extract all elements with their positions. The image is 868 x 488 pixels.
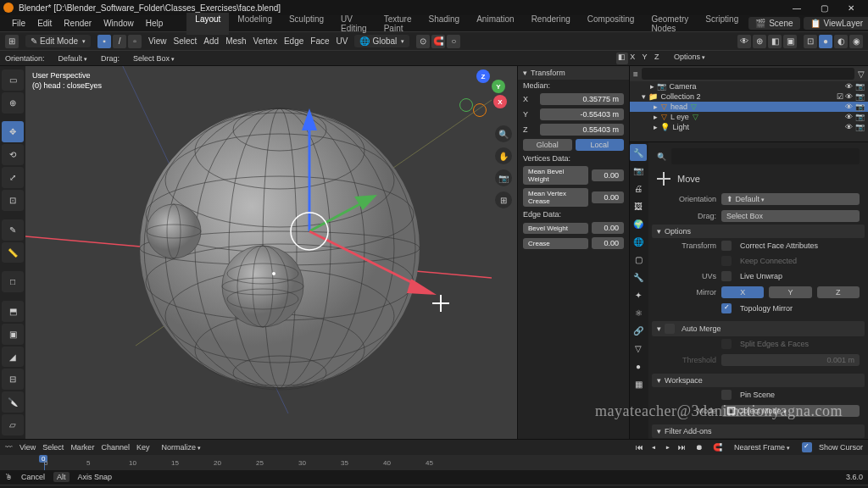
mean-crease-value[interactable]: 0.00 xyxy=(592,191,624,203)
bevel-weight-label[interactable]: Bevel Weight xyxy=(523,223,588,234)
mean-crease-label[interactable]: Mean Vertex Crease xyxy=(523,188,588,207)
tab-layout[interactable]: Layout xyxy=(186,13,229,35)
menu-help[interactable]: Help xyxy=(141,17,169,30)
close-button[interactable]: ✕ xyxy=(837,3,865,13)
play-controls[interactable]: ⏮ ◀ ▶ ⏭ ⏺ xyxy=(636,443,706,452)
menu-edge[interactable]: Edge xyxy=(284,36,303,46)
tab-scripting[interactable]: Scripting xyxy=(697,13,747,35)
local-button[interactable]: Local xyxy=(576,139,625,151)
global-button[interactable]: Global xyxy=(523,139,572,151)
shading-solid-icon[interactable]: ● xyxy=(819,35,832,48)
transform-header[interactable]: ▾ Transform xyxy=(518,66,629,80)
tool-bevel[interactable]: ◢ xyxy=(2,347,24,368)
perspective-toggle-icon[interactable]: ⊞ xyxy=(495,191,512,208)
ptab-tool-icon[interactable]: 🔧 xyxy=(630,144,647,161)
normalize-dropdown[interactable]: Normalize xyxy=(156,442,206,452)
menu-vertex[interactable]: Vertex xyxy=(253,36,277,46)
tab-sculpting[interactable]: Sculpting xyxy=(281,13,332,35)
zoom-icon[interactable]: 🔍 xyxy=(495,125,512,142)
snap-icon[interactable]: 🧲 xyxy=(431,35,445,48)
menu-window[interactable]: Window xyxy=(98,17,139,30)
tool-rotate[interactable]: ⟲ xyxy=(2,144,24,165)
vertex-select-icon[interactable]: ▪ xyxy=(97,35,111,48)
pin-scene-checkbox[interactable] xyxy=(721,390,732,400)
mirror-y-button[interactable]: Y xyxy=(769,286,811,298)
scene-selector[interactable]: 🎬 Scene xyxy=(748,17,799,30)
z-input[interactable]: 0.55403 m xyxy=(540,124,624,136)
tab-modeling[interactable]: Modeling xyxy=(229,13,281,35)
automerge-checkbox[interactable] xyxy=(665,324,675,334)
ptab-world-icon[interactable]: 🌐 xyxy=(630,233,647,250)
tool-inset[interactable]: ▣ xyxy=(2,324,24,345)
mean-bevel-value[interactable]: 0.00 xyxy=(592,169,624,181)
editor-type-icon[interactable]: ⊞ xyxy=(5,35,19,48)
ptab-viewlayer-icon[interactable]: 🖼 xyxy=(630,197,647,214)
correct-face-checkbox[interactable] xyxy=(721,241,732,251)
snap-dropdown[interactable]: Nearest Frame xyxy=(729,442,795,452)
outliner-filter-icon[interactable]: ▽ xyxy=(858,69,865,79)
mode-dropdown[interactable]: ✎ Edit Mode xyxy=(25,35,91,47)
tool-select[interactable]: ▭ xyxy=(2,69,24,91)
axis-z-icon[interactable]: Z xyxy=(476,69,490,83)
edge-select-icon[interactable]: / xyxy=(113,35,126,48)
addon-row[interactable]: Import-Export: BioVision Motion Capture … xyxy=(652,438,865,439)
shading-material-icon[interactable]: ◐ xyxy=(834,35,848,48)
outliner-head[interactable]: ▸ ▽ head ▽👁 📷 xyxy=(630,102,868,112)
props-search[interactable] xyxy=(671,148,860,164)
tool-polybuild[interactable]: ▱ xyxy=(2,414,24,435)
options-section-header[interactable]: ▾ Options xyxy=(652,225,865,238)
ptab-particles-icon[interactable]: ✦ xyxy=(630,286,647,303)
ptab-object-icon[interactable]: ▢ xyxy=(630,251,647,268)
timeline-menu-channel[interactable]: Channel xyxy=(101,443,130,452)
ptab-output-icon[interactable]: 🖨 xyxy=(630,180,647,197)
ptab-render-icon[interactable]: 📷 xyxy=(630,162,647,179)
props-search-icon[interactable]: 🔍 xyxy=(657,152,666,161)
menu-mesh[interactable]: Mesh xyxy=(225,36,246,46)
axis-y-icon[interactable]: Y xyxy=(492,80,505,93)
ptab-scene-icon[interactable]: 🌍 xyxy=(630,215,647,232)
filter-addons-header[interactable]: ▾ Filter Add-ons xyxy=(652,424,865,438)
menu-select2[interactable]: Select xyxy=(174,36,198,46)
tool-loopcut[interactable]: ⊟ xyxy=(2,369,24,390)
viewlayer-selector[interactable]: 📋 ViewLayer xyxy=(804,17,868,30)
timeline-menu-select[interactable]: Select xyxy=(42,443,64,452)
menu-view2[interactable]: View xyxy=(148,36,167,46)
timeline-menu-key[interactable]: Key xyxy=(136,443,150,452)
ptab-constraint-icon[interactable]: 🔗 xyxy=(630,322,647,339)
timeline-menu-marker[interactable]: Marker xyxy=(70,443,94,452)
orientation-dropdown[interactable]: 🌐 Global xyxy=(354,35,409,47)
tab-shading[interactable]: Shading xyxy=(420,13,468,35)
minimize-button[interactable]: — xyxy=(783,3,810,13)
tool-measure[interactable]: 📏 xyxy=(2,242,24,263)
bevel-weight-value[interactable]: 0.00 xyxy=(592,222,624,234)
xray-icon[interactable]: ▣ xyxy=(783,35,797,48)
ptab-modifier-icon[interactable]: 🔧 xyxy=(630,269,647,286)
menu-file[interactable]: File xyxy=(7,17,31,30)
axis-neg-x-icon[interactable] xyxy=(473,103,487,117)
ptab-physics-icon[interactable]: ⚛ xyxy=(630,304,647,321)
mirror-z-button[interactable]: Z xyxy=(817,286,860,298)
mode-row-value[interactable]: 🔳 Object Mode xyxy=(721,405,860,417)
orientation-value2[interactable]: Default xyxy=(53,53,93,64)
threshold-value[interactable]: 0.001 m xyxy=(721,354,860,366)
automerge-section-header[interactable]: ▾ Auto Merge xyxy=(652,321,865,336)
pan-icon[interactable]: ✋ xyxy=(495,147,512,164)
menu-add[interactable]: Add xyxy=(203,36,219,46)
mirror-toggle-icon[interactable]: ◧ xyxy=(616,53,628,64)
tool-addcube[interactable]: □ xyxy=(2,271,24,292)
workspace-section-header[interactable]: ▾ Workspace xyxy=(652,374,865,387)
show-cursor-checkbox[interactable]: ✓ xyxy=(802,442,812,452)
timeline-track[interactable]: 0 5 10 15 20 25 30 35 40 45 xyxy=(0,455,868,470)
tool-extrude[interactable]: ⬒ xyxy=(2,301,24,322)
tool-scale[interactable]: ⤢ xyxy=(2,167,24,188)
menu-uv[interactable]: UV xyxy=(337,36,348,46)
nav-gizmo[interactable]: Z Y X xyxy=(458,69,509,120)
tab-texturepaint[interactable]: Texture Paint xyxy=(376,13,420,35)
overlay-icon[interactable]: ◧ xyxy=(768,35,782,48)
tool-cursor[interactable]: ⊕ xyxy=(2,92,24,114)
outliner-camera[interactable]: ▸ 📷 Camera👁 📷 xyxy=(630,81,868,92)
axis-neg-y-icon[interactable] xyxy=(459,98,473,112)
mirror-x-button[interactable]: X xyxy=(721,286,764,298)
drag-value2[interactable]: Select Box xyxy=(128,53,180,64)
tool-move[interactable]: ✥ xyxy=(2,121,24,142)
